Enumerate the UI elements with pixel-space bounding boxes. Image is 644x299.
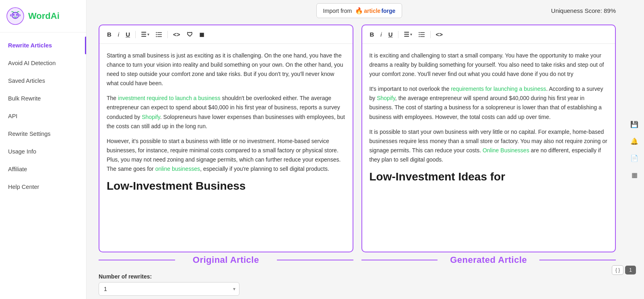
generated-list1-dropdown[interactable]: ☰ ▾	[402, 29, 414, 39]
svg-point-13	[419, 32, 419, 33]
editors-row: B i U ☰ ▾ <> 🛡 ◼ S	[87, 21, 644, 270]
right-icon-save[interactable]: 💾	[629, 119, 640, 130]
generated-italic-button[interactable]: i	[378, 30, 384, 39]
original-list1-icon: ☰	[141, 31, 147, 38]
af-article-text: article	[364, 8, 380, 14]
generated-shopify-link[interactable]: Shopify	[377, 95, 395, 101]
generated-code-button[interactable]: <>	[434, 30, 445, 39]
original-article-content[interactable]: Starting a small business is just as exc…	[99, 44, 353, 252]
original-article-wrapper: B i U ☰ ▾ <> 🛡 ◼ S	[99, 25, 353, 267]
sidebar-item-rewrite-articles[interactable]: Rewrite Articles	[0, 37, 86, 54]
original-online-businesses-link[interactable]: online businesses	[155, 166, 200, 172]
sidebar-item-api[interactable]: API	[0, 107, 86, 125]
logo-area: WordAi	[0, 0, 86, 33]
bottom-right-badges: { } 1	[612, 265, 636, 275]
original-code-button[interactable]: <>	[171, 30, 182, 39]
generated-article-editor: B i U ☰ ▾ <> It is exciting and challen	[361, 25, 616, 252]
original-p3: However, it's possible to start a busine…	[107, 137, 345, 174]
original-p1: Starting a small business is just as exc…	[107, 51, 345, 88]
generated-article-label: Generated Article	[361, 252, 616, 267]
original-p2: The investment required to launch a busi…	[107, 94, 345, 131]
uniqueness-score: Uniqueness Score: 89%	[551, 7, 616, 14]
original-shield-button[interactable]: 🛡	[185, 30, 195, 39]
top-bar: Import from 🔥 articleforge Uniqueness Sc…	[87, 0, 644, 21]
generated-list1-icon: ☰	[404, 31, 409, 38]
af-fire-icon: 🔥	[355, 7, 363, 14]
toolbar-divider-2	[167, 31, 168, 38]
generated-list2-button[interactable]	[417, 31, 427, 39]
sidebar-item-rewrite-settings[interactable]: Rewrite Settings	[0, 125, 86, 143]
svg-point-14	[419, 34, 419, 35]
generated-requirements-link[interactable]: requirements for launching a business	[451, 86, 546, 92]
number-badge[interactable]: 1	[625, 266, 636, 274]
sidebar-item-affiliate[interactable]: Affiliate	[0, 160, 86, 178]
generated-toolbar: B i U ☰ ▾ <>	[362, 25, 615, 44]
toolbar-divider-1	[135, 31, 136, 38]
generated-p3: It is possible to start your own busines…	[369, 127, 608, 164]
generated-online-businesses-link[interactable]: Online Businesses	[483, 147, 529, 154]
nav-menu: Rewrite Articles Avoid AI Detection Save…	[0, 33, 86, 299]
sidebar-item-bulk-rewrite[interactable]: Bulk Rewrite	[0, 90, 86, 107]
generated-p2: It's important to not overlook the requi…	[369, 84, 608, 121]
right-icon-file[interactable]: 📄	[629, 152, 640, 164]
import-from-articleforge-button[interactable]: Import from 🔥 articleforge	[316, 3, 402, 18]
original-p3-suffix: , especially if you're planning to sell …	[200, 166, 329, 172]
json-badge[interactable]: { }	[612, 265, 623, 275]
generated-p2-suffix: , the average entrepreneur will spend ar…	[369, 95, 602, 120]
original-underline-button[interactable]: U	[124, 30, 132, 39]
wordai-logo-icon	[6, 7, 24, 25]
generated-underline-button[interactable]: U	[386, 30, 395, 39]
original-bold-button[interactable]: B	[105, 30, 114, 39]
rewrites-select-wrapper: 1 2 3 5 10 ▾	[99, 282, 239, 296]
generated-bold-button[interactable]: B	[368, 30, 376, 39]
logo-text: WordAi	[28, 11, 60, 21]
generated-list1-chevron: ▾	[410, 32, 412, 37]
svg-point-2	[13, 14, 14, 16]
original-block-button[interactable]: ◼	[197, 30, 206, 39]
original-list2-button[interactable]	[154, 31, 164, 39]
right-icon-bell[interactable]: 🔔	[629, 135, 640, 147]
svg-point-15	[419, 36, 419, 37]
gen-toolbar-divider-1	[398, 31, 398, 38]
original-toolbar: B i U ☰ ▾ <> 🛡 ◼	[99, 25, 353, 44]
original-list1-dropdown[interactable]: ☰ ▾	[139, 29, 151, 39]
generated-p2-prefix: It's important to not overlook the	[369, 86, 451, 92]
original-italic-button[interactable]: i	[116, 30, 121, 39]
sidebar-item-saved-articles[interactable]: Saved Articles	[0, 72, 86, 90]
svg-point-9	[156, 36, 157, 37]
original-list1-chevron: ▾	[147, 32, 149, 37]
rewrites-select[interactable]: 1 2 3 5 10	[99, 282, 239, 296]
svg-point-3	[16, 14, 18, 16]
original-investment-link[interactable]: investment required to launch a business	[118, 95, 220, 101]
generated-article-wrapper: B i U ☰ ▾ <> It is exciting and challen	[361, 25, 616, 267]
sidebar-item-usage-info[interactable]: Usage Info	[0, 143, 86, 160]
main-content: Import from 🔥 articleforge Uniqueness Sc…	[87, 0, 644, 299]
sidebar: WordAi Rewrite Articles Avoid AI Detecti…	[0, 0, 87, 299]
af-forge-text: forge	[381, 8, 395, 14]
sidebar-item-avoid-ai-detection[interactable]: Avoid AI Detection	[0, 54, 86, 72]
right-icons-panel: 💾 🔔 📄 ▦	[629, 119, 640, 180]
generated-p1: It is exciting and challenging to start …	[369, 51, 608, 79]
original-article-label: Original Article	[99, 252, 353, 267]
bottom-bar: Number of rewrites: 1 2 3 5 10 ▾	[87, 270, 644, 299]
original-p2-prefix: The	[107, 95, 118, 101]
right-icon-grid[interactable]: ▦	[629, 169, 640, 180]
import-prefix-text: Import from	[323, 8, 352, 14]
svg-point-8	[156, 34, 157, 35]
articleforge-logo: 🔥 articleforge	[355, 7, 395, 14]
gen-toolbar-divider-2	[430, 31, 431, 38]
generated-article-content[interactable]: It is exciting and challenging to start …	[362, 44, 615, 252]
sidebar-item-help-center[interactable]: Help Center	[0, 178, 86, 196]
original-heading: Low-Investment Business	[107, 179, 345, 193]
generated-heading: Low-Investment Ideas for	[369, 170, 608, 184]
original-article-editor: B i U ☰ ▾ <> 🛡 ◼ S	[99, 25, 353, 252]
original-shopify-link[interactable]: Shopify	[142, 114, 160, 120]
svg-point-7	[156, 32, 157, 33]
rewrites-label: Number of rewrites:	[99, 273, 612, 280]
